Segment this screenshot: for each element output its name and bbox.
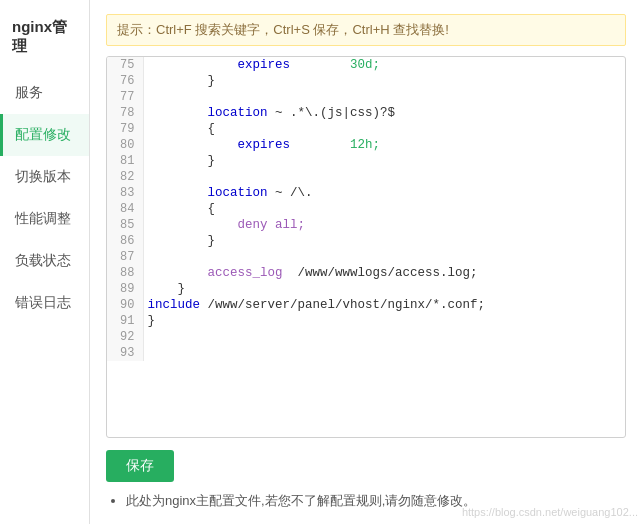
main-content: 提示：Ctrl+F 搜索关键字，Ctrl+S 保存，Ctrl+H 查找替换! 7… (90, 0, 642, 524)
line-number: 82 (107, 169, 143, 185)
line-number: 77 (107, 89, 143, 105)
table-row: 88 access_log /www/wwwlogs/access.log; (107, 265, 625, 281)
line-content (143, 249, 625, 265)
line-number: 78 (107, 105, 143, 121)
table-row: 93 (107, 345, 625, 361)
sidebar-item-performance[interactable]: 性能调整 (0, 198, 89, 240)
line-number: 81 (107, 153, 143, 169)
line-content (143, 89, 625, 105)
table-row: 90include /www/server/panel/vhost/nginx/… (107, 297, 625, 313)
table-row: 92 (107, 329, 625, 345)
sidebar-item-config[interactable]: 配置修改 (0, 114, 89, 156)
table-row: 77 (107, 89, 625, 105)
table-row: 78 location ~ .*\.(js|css)?$ (107, 105, 625, 121)
table-row: 76 } (107, 73, 625, 89)
table-row: 85 deny all; (107, 217, 625, 233)
line-number: 91 (107, 313, 143, 329)
line-content: access_log /www/wwwlogs/access.log; (143, 265, 625, 281)
line-number: 83 (107, 185, 143, 201)
line-content: { (143, 201, 625, 217)
table-row: 75 expires 30d; (107, 57, 625, 73)
line-content: } (143, 313, 625, 329)
line-content: } (143, 281, 625, 297)
line-number: 76 (107, 73, 143, 89)
footer-note-text: 此处为nginx主配置文件,若您不了解配置规则,请勿随意修改。 (126, 493, 476, 508)
table-row: 83 location ~ /\. (107, 185, 625, 201)
line-number: 75 (107, 57, 143, 73)
table-row: 80 expires 12h; (107, 137, 625, 153)
line-number: 84 (107, 201, 143, 217)
line-number: 87 (107, 249, 143, 265)
hint-bar: 提示：Ctrl+F 搜索关键字，Ctrl+S 保存，Ctrl+H 查找替换! (106, 14, 626, 46)
table-row: 84 { (107, 201, 625, 217)
line-content (143, 345, 625, 361)
line-number: 88 (107, 265, 143, 281)
sidebar-item-errorlog[interactable]: 错误日志 (0, 282, 89, 324)
line-content: deny all; (143, 217, 625, 233)
line-content: include /www/server/panel/vhost/nginx/*.… (143, 297, 625, 313)
line-content (143, 329, 625, 345)
line-content: } (143, 233, 625, 249)
line-content: location ~ .*\.(js|css)?$ (143, 105, 625, 121)
table-row: 86 } (107, 233, 625, 249)
line-number: 90 (107, 297, 143, 313)
sidebar-item-loadstate[interactable]: 负载状态 (0, 240, 89, 282)
line-number: 93 (107, 345, 143, 361)
table-row: 87 (107, 249, 625, 265)
app-title: nginx管理 (0, 10, 89, 72)
line-number: 86 (107, 233, 143, 249)
table-row: 91} (107, 313, 625, 329)
line-content: } (143, 73, 625, 89)
line-content: { (143, 121, 625, 137)
save-button[interactable]: 保存 (106, 450, 174, 482)
sidebar-item-services[interactable]: 服务 (0, 72, 89, 114)
line-number: 92 (107, 329, 143, 345)
table-row: 82 (107, 169, 625, 185)
table-row: 81 } (107, 153, 625, 169)
table-row: 79 { (107, 121, 625, 137)
code-table: 75 expires 30d;76 }77 78 location ~ .*\.… (107, 57, 625, 361)
line-content: } (143, 153, 625, 169)
line-number: 80 (107, 137, 143, 153)
line-number: 89 (107, 281, 143, 297)
footer-note: 此处为nginx主配置文件,若您不了解配置规则,请勿随意修改。 (106, 492, 626, 510)
sidebar-item-version[interactable]: 切换版本 (0, 156, 89, 198)
line-content: location ~ /\. (143, 185, 625, 201)
code-editor[interactable]: 75 expires 30d;76 }77 78 location ~ .*\.… (106, 56, 626, 438)
sidebar: nginx管理 服务 配置修改 切换版本 性能调整 负载状态 错误日志 (0, 0, 90, 524)
line-number: 79 (107, 121, 143, 137)
line-content: expires 30d; (143, 57, 625, 73)
line-content (143, 169, 625, 185)
line-content: expires 12h; (143, 137, 625, 153)
line-number: 85 (107, 217, 143, 233)
table-row: 89 } (107, 281, 625, 297)
